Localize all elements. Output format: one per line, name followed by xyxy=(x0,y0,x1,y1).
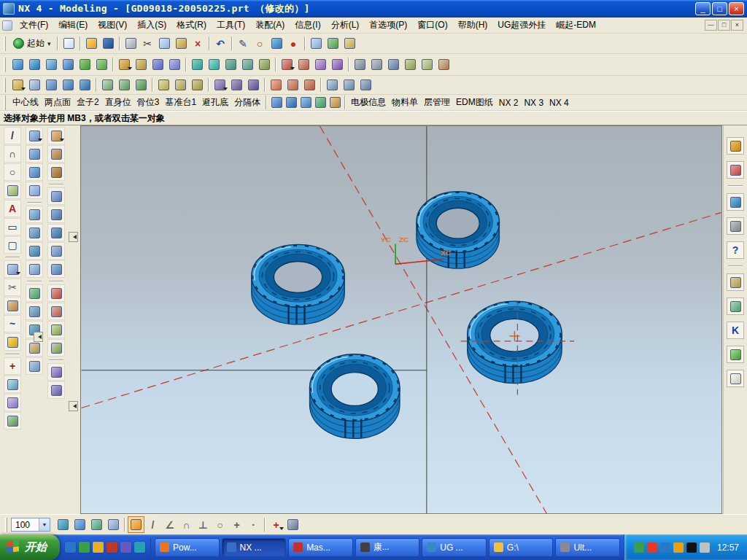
pocket-icon[interactable] xyxy=(222,56,239,73)
groove-icon[interactable] xyxy=(256,56,273,73)
ring-model-4[interactable] xyxy=(309,354,400,439)
snap-intersection-icon[interactable]: + xyxy=(228,516,245,533)
intersection-curve-icon[interactable] xyxy=(26,224,43,241)
rollback-icon[interactable] xyxy=(47,339,65,357)
curve-project-icon[interactable] xyxy=(4,412,21,429)
document-icon[interactable] xyxy=(2,20,12,31)
thread-icon[interactable] xyxy=(329,56,346,73)
layer-book-icon[interactable] xyxy=(71,516,88,533)
measure-angle-icon[interactable] xyxy=(116,77,133,93)
electrode-rotate-icon[interactable] xyxy=(298,96,313,109)
start-button[interactable]: 开始 xyxy=(0,534,60,560)
sew-icon[interactable] xyxy=(385,56,402,73)
trim-body-icon[interactable] xyxy=(352,56,368,73)
divide-curve-icon[interactable] xyxy=(4,297,21,314)
update-model-icon[interactable] xyxy=(268,77,285,93)
quick-launch-icon-2[interactable] xyxy=(79,542,90,553)
boolean-subtract-icon[interactable] xyxy=(93,56,110,73)
tray-icon-5[interactable] xyxy=(686,542,697,553)
menu-崛起-EDM[interactable]: 崛起-EDM xyxy=(551,18,601,33)
toolbar-collapse-arrow[interactable] xyxy=(34,332,43,342)
menu-窗口(O)[interactable]: 窗口(O) xyxy=(412,18,452,33)
rounded-rect-tool-icon[interactable]: ▢ xyxy=(4,236,21,254)
ring-model-2[interactable] xyxy=(252,244,345,324)
menu-插入(S)[interactable]: 插入(S) xyxy=(132,18,171,33)
move-face-icon[interactable] xyxy=(47,224,65,241)
sphere-tool-icon[interactable] xyxy=(4,333,21,351)
rotate-tool-icon[interactable] xyxy=(341,35,358,52)
custom-button-物料单[interactable]: 物料单 xyxy=(389,96,421,109)
work-layer-combo[interactable]: 100 ▼ xyxy=(11,518,50,532)
custom-button-分隔体[interactable]: 分隔体 xyxy=(231,96,263,109)
zoom-tool-icon[interactable] xyxy=(308,35,325,52)
curve-mirror-icon[interactable] xyxy=(4,376,21,393)
sweep-icon[interactable] xyxy=(150,56,166,73)
copy-icon[interactable] xyxy=(156,35,173,52)
expression-icon[interactable] xyxy=(26,77,43,93)
profile-tool-icon[interactable] xyxy=(4,182,21,199)
wireframe-view-icon[interactable] xyxy=(727,217,744,235)
new-part-icon[interactable] xyxy=(61,35,77,52)
custom-button-NX 4[interactable]: NX 4 xyxy=(546,97,572,109)
current-feature-icon[interactable] xyxy=(47,381,65,399)
taskbar-task-Ult...[interactable]: Ult... xyxy=(555,538,620,557)
close-button[interactable]: × xyxy=(729,2,744,15)
ring-model-1[interactable] xyxy=(417,192,500,269)
electrode-copy-icon[interactable] xyxy=(269,96,284,109)
menu-文件(F)[interactable]: 文件(F) xyxy=(15,18,53,33)
offset-surface-icon[interactable] xyxy=(419,56,436,73)
playback-icon[interactable] xyxy=(47,363,65,381)
datum-plane-icon[interactable] xyxy=(26,127,43,144)
snap-point-icon[interactable]: · xyxy=(245,516,262,533)
custom-button-避孔底[interactable]: 避孔底 xyxy=(199,96,231,109)
graphics-viewport[interactable]: YCZCXC xyxy=(80,125,722,514)
hide-object-icon[interactable] xyxy=(228,77,245,93)
custom-button-直身位[interactable]: 直身位 xyxy=(102,96,134,109)
pattern-feature-icon[interactable] xyxy=(77,77,93,93)
save-icon[interactable] xyxy=(100,35,117,52)
layer-move-icon[interactable] xyxy=(105,516,122,533)
menu-格式(R)[interactable]: 格式(R) xyxy=(171,18,212,33)
object-display-icon[interactable] xyxy=(212,77,228,93)
snapshot-icon[interactable] xyxy=(357,77,374,93)
bridge-curve-icon[interactable] xyxy=(26,284,43,302)
hole-icon[interactable] xyxy=(189,56,206,73)
boss-icon[interactable] xyxy=(206,56,222,73)
quick-launch-icon-6[interactable] xyxy=(134,542,145,553)
wcs-orient-icon[interactable] xyxy=(189,77,206,93)
graphics-canvas[interactable]: YCZCXC xyxy=(81,126,721,513)
quick-launch-icon-1[interactable] xyxy=(65,542,76,553)
layer-copy-icon[interactable] xyxy=(88,516,105,533)
menu-信息(I)[interactable]: 信息(I) xyxy=(290,18,325,33)
quick-launch-icon-3[interactable] xyxy=(93,542,104,553)
custom-button-电极信息[interactable]: 电极信息 xyxy=(348,96,389,109)
custom-button-层管理[interactable]: 层管理 xyxy=(421,96,453,109)
toolbar-grip[interactable] xyxy=(4,78,6,93)
tray-icon-2[interactable] xyxy=(647,542,657,553)
toolbar-collapse-arrow[interactable] xyxy=(69,232,78,242)
information-window-icon[interactable] xyxy=(324,77,341,93)
pan-tool-icon[interactable] xyxy=(325,35,341,52)
curve-offset-icon[interactable] xyxy=(4,394,21,411)
snap-enabled-icon[interactable] xyxy=(128,516,144,533)
spline-tool-icon[interactable]: ~ xyxy=(4,315,21,332)
quick-launch-icon-5[interactable] xyxy=(120,542,131,553)
tray-icon-4[interactable] xyxy=(673,542,684,553)
taskbar-task-G:\[interactable]: G:\ xyxy=(489,538,554,557)
cylinder-icon[interactable] xyxy=(26,56,43,73)
notes-icon[interactable] xyxy=(727,370,744,387)
tray-icon-3[interactable] xyxy=(660,542,670,553)
material-icon[interactable] xyxy=(727,346,744,363)
revolve-icon[interactable] xyxy=(133,56,150,73)
extract-curve-icon[interactable] xyxy=(26,206,43,223)
menu-视图(V)[interactable]: 视图(V) xyxy=(93,18,132,33)
smooth-curve-icon[interactable] xyxy=(26,357,43,375)
taskbar-task-Mas...[interactable]: Mas... xyxy=(288,538,353,557)
start-toolbar-button[interactable]: 起始 ▾ xyxy=(9,36,55,51)
snap-angle-icon[interactable]: ∠ xyxy=(161,516,178,533)
datum-csys-icon[interactable] xyxy=(26,163,43,181)
shaded-view-icon[interactable] xyxy=(727,193,744,211)
point-constructor-icon[interactable]: + xyxy=(268,516,285,533)
mirror-feature-icon[interactable] xyxy=(47,145,65,163)
toolbar-grip[interactable] xyxy=(4,36,6,51)
